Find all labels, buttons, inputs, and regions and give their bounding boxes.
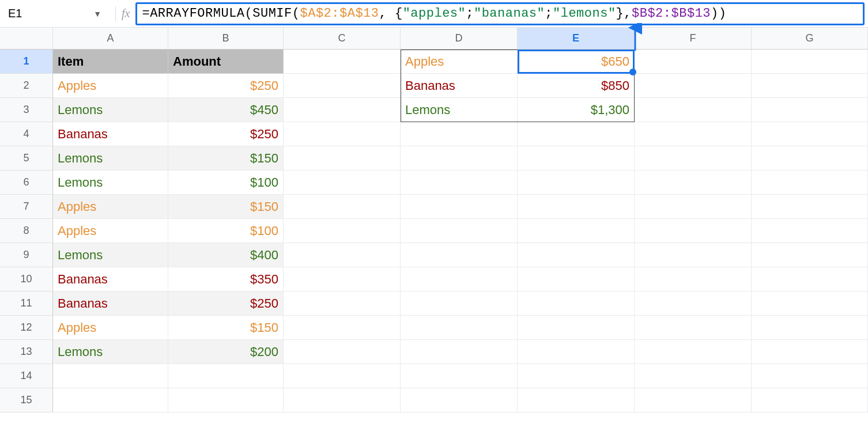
cell-B11[interactable]: $250 (168, 292, 284, 316)
cell-E11[interactable] (518, 292, 635, 316)
cell-E13[interactable] (518, 340, 635, 364)
cell-E2[interactable]: $850 (518, 74, 635, 98)
row-header[interactable]: 15 (0, 388, 53, 412)
cell-B1[interactable]: Amount (168, 50, 284, 74)
col-header-e[interactable]: E (518, 28, 635, 50)
cell-B10[interactable]: $350 (168, 267, 284, 292)
cell-C9[interactable] (284, 243, 401, 267)
cell-E8[interactable] (518, 219, 635, 243)
cell-C5[interactable] (284, 146, 401, 171)
row-header[interactable]: 4 (0, 122, 53, 146)
cell-D6[interactable] (401, 171, 518, 195)
col-header-c[interactable]: C (284, 28, 401, 50)
cell-B14[interactable] (168, 364, 284, 388)
cell-G13[interactable] (752, 340, 868, 364)
row-header[interactable]: 8 (0, 219, 53, 243)
cell-C6[interactable] (284, 171, 401, 195)
col-header-f[interactable]: F (635, 28, 752, 50)
cell-D2[interactable]: Bananas (401, 74, 518, 98)
cell-A10[interactable]: Bananas (53, 267, 168, 292)
row-header[interactable]: 1 (0, 50, 53, 74)
cell-F1[interactable] (635, 50, 752, 74)
cell-E5[interactable] (518, 146, 635, 171)
name-box[interactable]: E1 ▼ (0, 0, 110, 27)
cell-D5[interactable] (401, 146, 518, 171)
row-header[interactable]: 14 (0, 364, 53, 388)
cell-A4[interactable]: Bananas (53, 122, 168, 146)
cell-F9[interactable] (635, 243, 752, 267)
cell-F13[interactable] (635, 340, 752, 364)
cell-B9[interactable]: $400 (168, 243, 284, 267)
cell-D10[interactable] (401, 267, 518, 292)
cell-F12[interactable] (635, 316, 752, 340)
formula-bar[interactable]: =ARRAYFORMULA(SUMIF($A$2:$A$13, {"apples… (135, 2, 865, 25)
cell-A9[interactable]: Lemons (53, 243, 168, 267)
cell-F14[interactable] (635, 364, 752, 388)
cell-F3[interactable] (635, 98, 752, 122)
cell-C15[interactable] (284, 388, 401, 412)
cell-G15[interactable] (752, 388, 868, 412)
cell-C7[interactable] (284, 195, 401, 219)
cell-D15[interactable] (401, 388, 518, 412)
cell-E3[interactable]: $1,300 (518, 98, 635, 122)
cell-G3[interactable] (752, 98, 868, 122)
row-header[interactable]: 11 (0, 292, 53, 316)
cell-A11[interactable]: Bananas (53, 292, 168, 316)
cell-E10[interactable] (518, 267, 635, 292)
cell-G14[interactable] (752, 364, 868, 388)
cell-C3[interactable] (284, 98, 401, 122)
cell-D4[interactable] (401, 122, 518, 146)
cell-A5[interactable]: Lemons (53, 146, 168, 171)
cell-G11[interactable] (752, 292, 868, 316)
row-header[interactable]: 10 (0, 267, 53, 292)
cell-A3[interactable]: Lemons (53, 98, 168, 122)
cell-A13[interactable]: Lemons (53, 340, 168, 364)
col-header-b[interactable]: B (168, 28, 284, 50)
cell-F5[interactable] (635, 146, 752, 171)
cell-C13[interactable] (284, 340, 401, 364)
cell-D7[interactable] (401, 195, 518, 219)
cell-D9[interactable] (401, 243, 518, 267)
col-header-g[interactable]: G (752, 28, 868, 50)
cell-F15[interactable] (635, 388, 752, 412)
cell-C1[interactable] (284, 50, 401, 74)
cell-G12[interactable] (752, 316, 868, 340)
cell-A8[interactable]: Apples (53, 219, 168, 243)
row-header[interactable]: 2 (0, 74, 53, 98)
cell-C4[interactable] (284, 122, 401, 146)
cell-E6[interactable] (518, 171, 635, 195)
cell-A2[interactable]: Apples (53, 74, 168, 98)
cell-G9[interactable] (752, 243, 868, 267)
cell-D11[interactable] (401, 292, 518, 316)
cell-B6[interactable]: $100 (168, 171, 284, 195)
cell-F2[interactable] (635, 74, 752, 98)
cell-G7[interactable] (752, 195, 868, 219)
cell-C2[interactable] (284, 74, 401, 98)
row-header[interactable]: 9 (0, 243, 53, 267)
cell-A14[interactable] (53, 364, 168, 388)
cell-B3[interactable]: $450 (168, 98, 284, 122)
cell-A15[interactable] (53, 388, 168, 412)
cell-F10[interactable] (635, 267, 752, 292)
cell-G8[interactable] (752, 219, 868, 243)
cell-A12[interactable]: Apples (53, 316, 168, 340)
cell-E7[interactable] (518, 195, 635, 219)
cell-B7[interactable]: $150 (168, 195, 284, 219)
cell-E15[interactable] (518, 388, 635, 412)
cell-G5[interactable] (752, 146, 868, 171)
cell-D13[interactable] (401, 340, 518, 364)
cell-E4[interactable] (518, 122, 635, 146)
cell-B8[interactable]: $100 (168, 219, 284, 243)
cell-G4[interactable] (752, 122, 868, 146)
cell-D3[interactable]: Lemons (401, 98, 518, 122)
cell-A6[interactable]: Lemons (53, 171, 168, 195)
cell-E1[interactable]: $650 (518, 50, 635, 74)
chevron-down-icon[interactable]: ▼ (93, 9, 101, 18)
cell-A1[interactable]: Item (53, 50, 168, 74)
cell-F7[interactable] (635, 195, 752, 219)
cell-G1[interactable] (752, 50, 868, 74)
row-header[interactable]: 5 (0, 146, 53, 171)
cell-E14[interactable] (518, 364, 635, 388)
cell-D12[interactable] (401, 316, 518, 340)
cell-E12[interactable] (518, 316, 635, 340)
